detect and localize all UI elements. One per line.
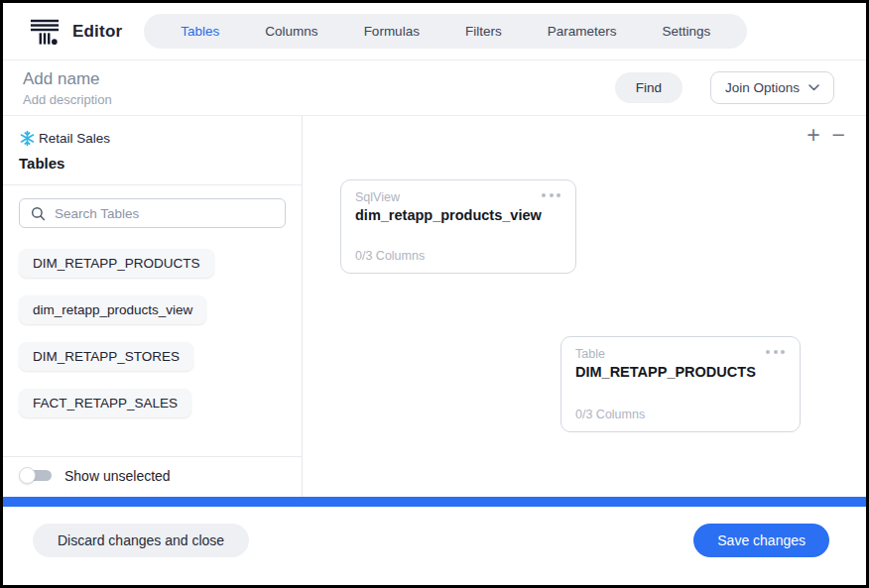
table-list-item[interactable]: FACT_RETAPP_SALES — [19, 389, 191, 417]
table-list-item[interactable]: DIM_RETAPP_STORES — [19, 342, 193, 371]
table-node-table[interactable]: Table DIM_RETAPP_PRODUCTS 0/3 Columns — [560, 336, 801, 432]
tab-formulas[interactable]: Formulas — [341, 24, 442, 39]
show-unselected-label: Show unselected — [64, 468, 171, 484]
bottom-accent-bar — [3, 497, 866, 507]
node-type-label: Table — [575, 347, 786, 361]
table-list: DIM_RETAPP_PRODUCTS dim_retapp_products_… — [3, 232, 302, 435]
editor-window: Editor Tables Columns Formulas Filters P… — [0, 0, 869, 588]
node-columns-count: 0/3 Columns — [355, 249, 561, 263]
node-type-label: SqlView — [355, 190, 561, 204]
sidebar-spacer — [3, 435, 302, 456]
main-area: Retail Sales Tables DIM_RETAPP_PRODUCTS … — [3, 116, 866, 497]
join-canvas[interactable]: + − SqlView dim_retapp_products_view 0/3… — [303, 116, 866, 497]
zoom-in-button[interactable]: + — [807, 124, 819, 147]
more-options-icon[interactable] — [540, 191, 562, 199]
join-options-label: Join Options — [725, 80, 800, 95]
chevron-down-icon — [808, 84, 819, 91]
search-tables-box — [19, 198, 286, 228]
connection-name: Retail Sales — [39, 131, 110, 146]
tables-sidebar: Retail Sales Tables DIM_RETAPP_PRODUCTS … — [3, 116, 303, 497]
table-list-item[interactable]: dim_retapp_products_view — [19, 295, 206, 324]
subheader-actions: Find Join Options — [615, 71, 834, 104]
dataset-name-block: Add name Add description — [23, 69, 112, 107]
sub-header: Add name Add description Find Join Optio… — [3, 60, 866, 116]
tab-columns[interactable]: Columns — [242, 24, 340, 39]
show-unselected-toggle[interactable] — [19, 467, 52, 484]
join-options-button[interactable]: Join Options — [710, 71, 834, 104]
node-title: DIM_RETAPP_PRODUCTS — [575, 364, 786, 380]
tab-settings[interactable]: Settings — [639, 24, 733, 39]
tab-parameters[interactable]: Parameters — [525, 24, 640, 39]
find-button[interactable]: Find — [615, 72, 683, 103]
snowflake-icon — [19, 130, 36, 147]
footer-bar: Discard changes and close Save changes — [3, 507, 866, 585]
search-tables-input[interactable] — [55, 206, 274, 221]
dataset-description-input[interactable]: Add description — [23, 92, 112, 107]
toggle-knob — [19, 467, 36, 484]
connection-row: Retail Sales — [3, 130, 302, 147]
save-changes-button[interactable]: Save changes — [693, 524, 829, 557]
node-columns-count: 0/3 Columns — [575, 408, 786, 421]
show-unselected-row: Show unselected — [3, 457, 302, 497]
more-options-icon[interactable] — [764, 348, 787, 356]
sidebar-section-title: Tables — [3, 155, 302, 172]
sigma-logo-icon — [30, 17, 60, 47]
table-node-sqlview[interactable]: SqlView dim_retapp_products_view 0/3 Col… — [340, 179, 576, 274]
tab-filters[interactable]: Filters — [442, 24, 525, 39]
editor-tab-bar: Tables Columns Formulas Filters Paramete… — [144, 14, 747, 49]
tab-tables[interactable]: Tables — [158, 24, 242, 39]
top-bar: Editor Tables Columns Formulas Filters P… — [3, 3, 866, 60]
table-list-item[interactable]: DIM_RETAPP_PRODUCTS — [19, 249, 214, 278]
app-title: Editor — [72, 22, 122, 42]
node-title: dim_retapp_products_view — [355, 207, 561, 223]
zoom-out-button[interactable]: − — [832, 124, 845, 147]
dataset-name-input[interactable]: Add name — [23, 69, 112, 89]
discard-changes-button[interactable]: Discard changes and close — [33, 524, 249, 557]
search-icon — [31, 206, 46, 221]
zoom-controls: + − — [807, 124, 845, 147]
sidebar-divider-top — [3, 184, 302, 185]
